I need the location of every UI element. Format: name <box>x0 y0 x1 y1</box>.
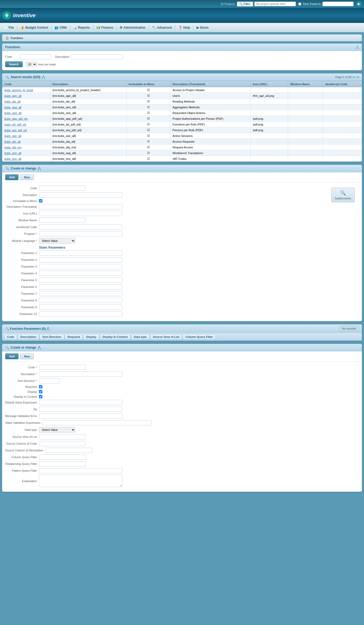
filter-button[interactable]: 🔍 Filter: <box>237 2 253 7</box>
field-input-p-default-val[interactable] <box>39 400 122 405</box>
new-button[interactable]: New <box>20 174 34 180</box>
nav-finance[interactable]: 💵 Finance <box>94 25 116 30</box>
table-row[interactable]: bubs_arq_pdf_rpt {res:bubs_arq_pdf_rpt} … <box>2 127 362 133</box>
field-input-param-4[interactable] <box>39 271 122 276</box>
params-tab-3[interactable]: Required <box>65 334 83 340</box>
params-tab-2[interactable]: Sort Direction <box>40 334 64 340</box>
cell-code[interactable]: bubs_ale_all <box>2 99 50 104</box>
go-button[interactable]: ▶ <box>356 1 362 7</box>
filter-input[interactable] <box>254 2 296 6</box>
field-input-p-val-expr[interactable] <box>42 420 152 425</box>
field-input-p-rel-query[interactable] <box>39 461 86 466</box>
nav-reports[interactable]: 📊 Reports <box>70 25 92 30</box>
cell-code[interactable]: bubs_aoe_all <box>2 110 50 116</box>
cell-code[interactable]: bubs_agn_all <box>2 93 50 99</box>
nav-help[interactable]: ❓ Help <box>176 25 193 30</box>
params-tab-4[interactable]: Display <box>83 334 99 340</box>
cell-code[interactable]: bubs_ane_all <box>2 104 50 110</box>
field-textarea-p-explanation[interactable] <box>39 475 122 487</box>
field-input-desc-trans[interactable] <box>39 204 122 209</box>
field-input-js-code[interactable] <box>39 224 122 230</box>
func-params-collapse[interactable]: ⋀ <box>47 326 49 331</box>
params-tab-5[interactable]: Display In Context <box>100 334 131 340</box>
cell-code[interactable]: bubs_arq_pdf_rpt <box>2 127 50 133</box>
field-input-window-name[interactable] <box>39 218 86 223</box>
table-row[interactable]: bubs_atq_all {res:bubs_atq_all} ☑ Access… <box>2 139 362 144</box>
cell-code[interactable]: bubs_atq_all <box>2 139 50 144</box>
create-collapse-icon[interactable]: ⋀ <box>38 166 41 171</box>
field-checkbox-p-display-context[interactable] <box>39 395 42 398</box>
time-travel-input[interactable] <box>322 2 354 6</box>
params-tab-0[interactable]: Code <box>4 334 17 340</box>
field-input-p-source-view[interactable] <box>39 434 86 439</box>
cell-code[interactable]: bubs_ase_all <box>2 133 50 139</box>
params-tab-6[interactable]: Data type <box>131 334 150 340</box>
field-input-description[interactable] <box>39 192 122 198</box>
field-input-p-source-col[interactable] <box>39 441 86 446</box>
field-input-p-sort[interactable] <box>39 378 60 383</box>
rows-select[interactable]: 10 25 50 <box>26 62 37 67</box>
cell-code[interactable]: bubs_art_pdf_rpt <box>2 122 50 127</box>
field-input-param-2[interactable] <box>39 257 122 262</box>
add-params-button[interactable]: Add <box>5 353 18 359</box>
nav-admin[interactable]: ⚙ Administration <box>117 25 148 30</box>
new-params-button[interactable]: New <box>20 353 34 359</box>
field-input-p-tip[interactable] <box>39 407 122 412</box>
nav-advanced[interactable]: 🔧 Advanced <box>150 25 174 30</box>
field-input-param-10[interactable] <box>39 311 122 317</box>
create-params-collapse[interactable]: ⋀ <box>38 345 41 350</box>
params-tab-1[interactable]: Description <box>18 334 39 340</box>
table-row[interactable]: bubs_ase_all {res:bubs_ase_all} ☑ Active… <box>2 133 362 139</box>
field-input-p-code[interactable] <box>39 365 86 370</box>
field-checkbox-p-required[interactable] <box>39 385 42 388</box>
field-input-param-3[interactable] <box>39 264 122 269</box>
nav-file[interactable]: 📄 File <box>1 25 17 30</box>
subfunctions-button[interactable]: 🔍 Subfunctions <box>331 188 355 202</box>
cell-description: {res:bubs_arq_pdf_rpt} <box>50 127 126 133</box>
field-input-p-description[interactable] <box>39 371 122 377</box>
field-input-p-pattern[interactable] <box>39 468 122 473</box>
table-row[interactable]: bubs_afq_ins {res:bubs_afq_ins} ☑ Reques… <box>2 144 362 150</box>
field-checkbox-p-display[interactable] <box>39 390 42 393</box>
field-input-param-1[interactable] <box>39 250 122 256</box>
field-select-p-data-type[interactable]: Select Value <box>39 427 75 433</box>
results-collapse-icon[interactable]: ⋀ <box>42 75 45 79</box>
add-button[interactable]: Add <box>5 174 18 180</box>
table-row[interactable]: bubs_avg_all {res:bubs_avg_all} ☑ Workbe… <box>2 150 362 156</box>
cell-code[interactable]: bubs_avg_all <box>2 150 50 156</box>
cell-code[interactable]: bubs_bce_all <box>2 156 50 162</box>
table-row[interactable]: bubs_ale_all {res:bubs_ale_all} ☑ Readin… <box>2 99 362 104</box>
params-tab-8[interactable]: Column Query Filter <box>183 334 216 340</box>
field-select-module-lang[interactable]: Select Value <box>39 238 75 244</box>
table-row[interactable]: bubs_access_pt_head {res:bubs_access_to_… <box>2 87 362 93</box>
field-input-param-6[interactable] <box>39 284 122 289</box>
table-row[interactable]: bubs_aoe_all {res:bubs_aoe_all} ☑ Reques… <box>2 110 362 116</box>
field-input-param-9[interactable] <box>39 305 122 310</box>
nav-demo[interactable]: ▶ Demo <box>194 25 211 30</box>
search-button[interactable]: Search <box>5 61 23 67</box>
cell-code[interactable]: bubs_afq_ins <box>2 144 50 150</box>
field-input-p-source-desc[interactable] <box>45 448 92 453</box>
description-input[interactable] <box>71 54 123 59</box>
table-row[interactable]: bubs_art_pdf_rpt {res:bubs_art_pdf_rpt} … <box>2 122 362 127</box>
panel-collapse-icon[interactable]: ⋀ <box>356 45 359 49</box>
field-input-param-5[interactable] <box>39 277 122 283</box>
params-tab-7[interactable]: Source View of List <box>150 334 182 340</box>
field-input-icon-url[interactable] <box>39 211 122 216</box>
field-input-code[interactable] <box>39 186 86 191</box>
nav-budget[interactable]: 💰 Budget Control <box>18 25 51 30</box>
code-input[interactable] <box>20 54 51 59</box>
table-row[interactable]: bubs_agn_all {res:bubs_agn_all} ☑ Users … <box>2 93 362 99</box>
field-input-param-8[interactable] <box>39 298 122 303</box>
field-input-p-msg-val[interactable] <box>39 413 122 419</box>
field-input-program[interactable] <box>39 231 122 236</box>
table-row[interactable]: bubs_ane_all {res:bubs_ane_all} ☑ Aggreg… <box>2 104 362 110</box>
field-checkbox-includable[interactable] <box>39 199 42 203</box>
table-row[interactable]: bubs_app_pdf_rpt {res:bubs_app_pdf_rpt} … <box>2 116 362 122</box>
cell-code[interactable]: bubs_access_pt_head <box>2 87 50 93</box>
nav-crm[interactable]: 👥 CRM <box>52 25 69 30</box>
cell-code[interactable]: bubs_app_pdf_rpt <box>2 116 50 122</box>
field-input-param-7[interactable] <box>39 291 122 296</box>
field-input-p-col-query[interactable] <box>39 454 86 460</box>
table-row[interactable]: bubs_bce_all {res:bubs_bce_all} ☑ VAT Co… <box>2 156 362 162</box>
